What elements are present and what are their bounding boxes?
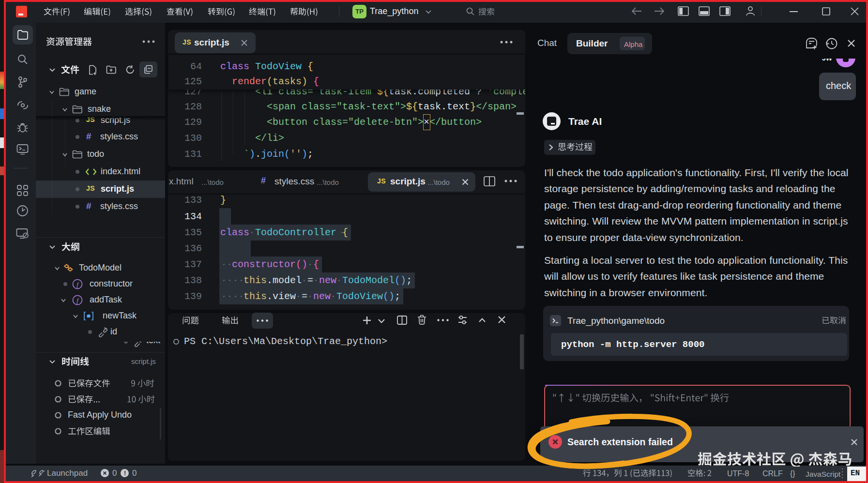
svg-text:f: f — [76, 297, 79, 304]
svg-text:f: f — [76, 281, 79, 288]
